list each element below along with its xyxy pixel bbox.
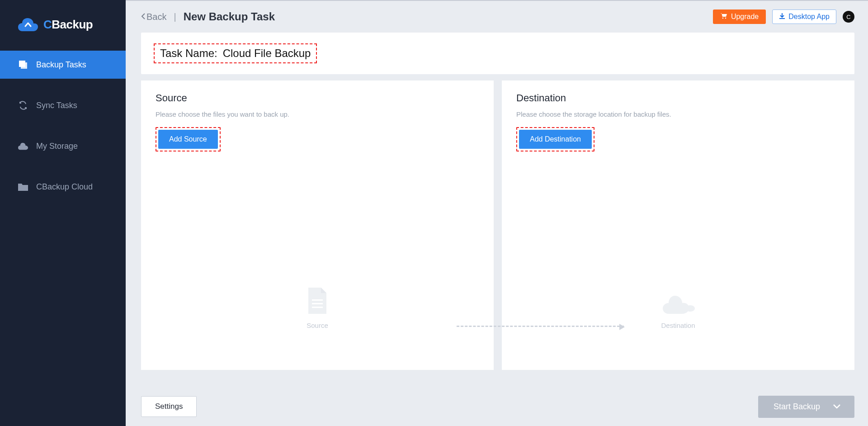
source-placeholder: Source <box>156 151 479 356</box>
chevron-left-icon <box>141 12 146 22</box>
brand-logo[interactable]: CBackup <box>0 0 126 51</box>
cloud-logo-icon <box>18 16 38 33</box>
avatar[interactable]: C <box>843 11 854 23</box>
upgrade-label: Upgrade <box>731 13 759 21</box>
topbar: Back | New Backup Task Upgrade Desktop A… <box>126 1 868 33</box>
source-title: Source <box>156 92 479 104</box>
svg-rect-4 <box>312 299 323 301</box>
clouds-icon <box>660 295 696 315</box>
svg-rect-6 <box>312 307 323 308</box>
start-backup-button[interactable]: Start Backup <box>758 396 854 418</box>
sidebar-item-backup-tasks[interactable]: Backup Tasks <box>0 51 126 79</box>
chevron-down-icon <box>833 402 841 412</box>
source-placeholder-label: Source <box>307 322 328 329</box>
sidebar-item-label: Sync Tasks <box>36 101 77 110</box>
task-name-label: Task Name: <box>160 47 217 60</box>
destination-title: Destination <box>516 92 840 104</box>
panels: Source Please choose the files you want … <box>141 80 854 384</box>
main: Back | New Backup Task Upgrade Desktop A… <box>126 0 868 426</box>
back-label: Back <box>146 12 166 22</box>
add-destination-button[interactable]: Add Destination <box>519 130 592 149</box>
start-backup-label: Start Backup <box>774 402 820 412</box>
cloud-icon <box>18 141 28 151</box>
sync-icon <box>18 100 28 110</box>
cart-icon <box>720 13 727 21</box>
avatar-initial: C <box>846 14 850 20</box>
destination-placeholder: Destination <box>516 151 840 356</box>
task-name-card: Task Name: Cloud File Backup <box>141 33 854 74</box>
sidebar-item-cbackup-cloud[interactable]: CBackup Cloud <box>0 173 126 201</box>
svg-point-2 <box>722 18 724 19</box>
destination-panel: Destination Please choose the storage lo… <box>502 80 854 370</box>
desktop-label: Desktop App <box>788 13 830 21</box>
sidebar-item-my-storage[interactable]: My Storage <box>0 132 126 160</box>
divider: | <box>174 12 176 22</box>
svg-point-7 <box>686 305 695 312</box>
desktop-app-button[interactable]: Desktop App <box>772 9 836 24</box>
destination-subtitle: Please choose the storage location for b… <box>516 110 840 118</box>
upgrade-button[interactable]: Upgrade <box>713 9 766 24</box>
add-source-button[interactable]: Add Source <box>158 130 218 149</box>
page-title: New Backup Task <box>184 10 275 23</box>
source-button-highlight: Add Source <box>156 127 221 151</box>
brand-name: CBackup <box>43 18 93 32</box>
settings-button[interactable]: Settings <box>141 396 197 417</box>
folder-icon <box>18 182 28 192</box>
svg-rect-1 <box>21 62 27 69</box>
sidebar-item-label: Backup Tasks <box>36 60 86 70</box>
backup-tasks-icon <box>18 60 28 70</box>
footer: Settings Start Backup <box>126 387 868 426</box>
source-panel: Source Please choose the files you want … <box>141 80 494 370</box>
sidebar: CBackup Backup Tasks Sync Tasks My Stora… <box>0 0 126 426</box>
sidebar-nav: Backup Tasks Sync Tasks My Storage CBack… <box>0 51 126 213</box>
sidebar-item-label: CBackup Cloud <box>36 182 93 192</box>
task-name-highlight: Task Name: Cloud File Backup <box>154 43 317 63</box>
topbar-right: Upgrade Desktop App C <box>713 9 854 24</box>
source-subtitle: Please choose the files you want to back… <box>156 110 479 118</box>
topbar-left: Back | New Backup Task <box>141 10 275 23</box>
back-link[interactable]: Back <box>141 12 166 22</box>
sidebar-item-label: My Storage <box>36 142 78 151</box>
content: Task Name: Cloud File Backup Source Plea… <box>126 33 868 384</box>
task-name-value[interactable]: Cloud File Backup <box>223 47 311 60</box>
sidebar-item-sync-tasks[interactable]: Sync Tasks <box>0 91 126 119</box>
file-icon <box>307 288 328 315</box>
svg-rect-5 <box>312 303 323 304</box>
destination-placeholder-label: Destination <box>661 322 695 329</box>
svg-point-3 <box>725 18 726 19</box>
destination-button-highlight: Add Destination <box>516 127 594 151</box>
download-icon <box>779 13 785 21</box>
